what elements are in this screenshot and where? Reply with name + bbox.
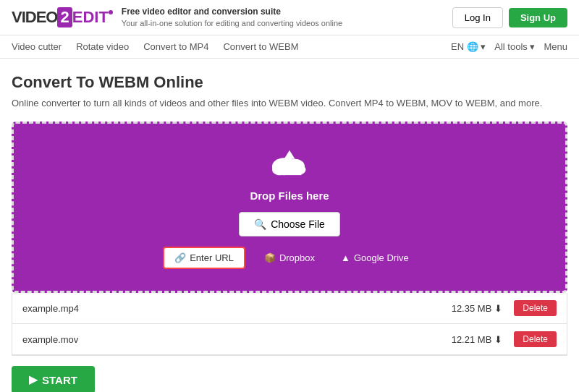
nav: Video cutter Rotate video Convert to MP4… (0, 35, 579, 59)
header-tagline: Free video editor and conversion suite Y… (122, 6, 342, 29)
login-button[interactable]: Log In (452, 7, 503, 28)
dropbox-button[interactable]: 📦 Dropbox (257, 248, 322, 268)
svg-rect-4 (278, 166, 302, 175)
logo-edit: EDIT (72, 8, 109, 27)
nav-item-video-cutter[interactable]: Video cutter (12, 41, 62, 52)
play-icon: ▶ (29, 373, 38, 386)
upload-options: 🔗 Enter URL 📦 Dropbox ▲ Google Drive (163, 247, 416, 269)
nav-left: Video cutter Rotate video Convert to MP4… (12, 41, 299, 52)
gdrive-icon: ▲ (341, 252, 350, 263)
delete-button-2[interactable]: Delete (514, 331, 557, 347)
choose-file-button[interactable]: 🔍 Choose File (239, 212, 340, 237)
link-icon: 🔗 (174, 252, 186, 263)
download-icon-1: ⬇ (494, 303, 502, 314)
file-row: example.mp4 12.35 MB ⬇ Delete (12, 293, 567, 324)
start-button[interactable]: ▶ START (12, 366, 95, 392)
file-row: example.mov 12.21 MB ⬇ Delete (12, 324, 567, 355)
enter-url-button[interactable]: 🔗 Enter URL (163, 247, 245, 269)
file-size-2: 12.21 MB ⬇ (452, 334, 503, 345)
logo-video: VIDEO (12, 8, 57, 27)
file-name-1: example.mp4 (22, 303, 452, 314)
nav-right: EN 🌐 ▾ All tools ▾ Menu (451, 41, 567, 52)
download-icon-2: ⬇ (494, 334, 502, 345)
nav-item-convert-mp4[interactable]: Convert to MP4 (143, 41, 208, 52)
page-description: Online converter to turn all kinds of vi… (12, 98, 567, 108)
drop-text: Drop Files here (250, 189, 329, 202)
signup-button[interactable]: Sign Up (509, 8, 567, 27)
file-list: example.mp4 12.35 MB ⬇ Delete example.mo… (12, 293, 567, 356)
page-title: Convert To WEBM Online (12, 73, 567, 92)
logo[interactable]: VIDEO 2 EDIT (12, 7, 113, 27)
file-name-2: example.mov (22, 334, 452, 345)
dropbox-icon: 📦 (264, 252, 276, 263)
main-menu[interactable]: Menu (544, 41, 567, 52)
search-icon: 🔍 (254, 218, 266, 230)
header-right: Log In Sign Up (452, 7, 567, 28)
upload-icon (268, 145, 311, 184)
logo-dot (109, 10, 113, 14)
language-selector[interactable]: EN 🌐 ▾ (451, 41, 486, 52)
delete-button-1[interactable]: Delete (514, 300, 557, 316)
file-size-1: 12.35 MB ⬇ (452, 303, 503, 314)
logo-2: 2 (57, 7, 72, 27)
header-left: VIDEO 2 EDIT Free video editor and conve… (12, 6, 342, 29)
main-content: Convert To WEBM Online Online converter … (0, 59, 579, 392)
header: VIDEO 2 EDIT Free video editor and conve… (0, 0, 579, 35)
nav-item-rotate-video[interactable]: Rotate video (76, 41, 129, 52)
google-drive-button[interactable]: ▲ Google Drive (334, 248, 416, 268)
upload-area[interactable]: Drop Files here 🔍 Choose File 🔗 Enter UR… (12, 122, 567, 293)
all-tools-menu[interactable]: All tools ▾ (494, 41, 535, 52)
nav-item-convert-webm[interactable]: Convert to WEBM (223, 41, 298, 52)
